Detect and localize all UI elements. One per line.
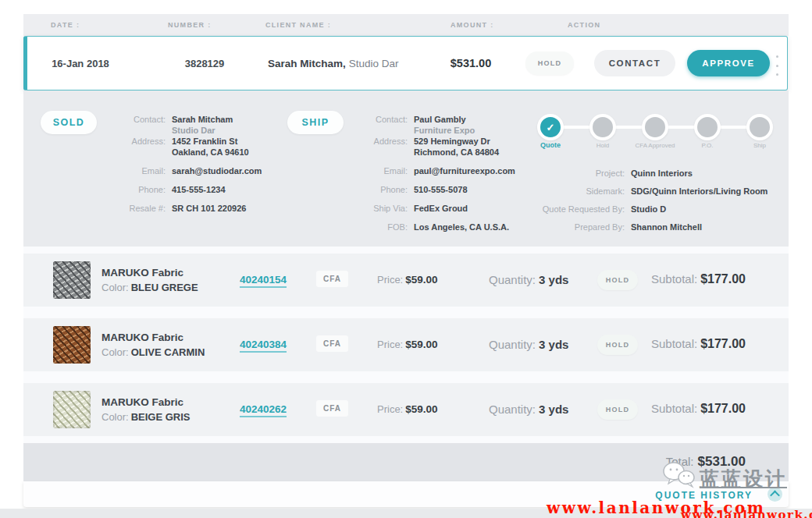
item-sku-link[interactable]: 40240262 — [240, 403, 287, 417]
wechat-icon — [662, 461, 696, 492]
subtotal-value: $177.00 — [700, 337, 746, 350]
approve-button[interactable]: APPROVE — [687, 50, 770, 76]
field-value: 529 Hemingway Dr — [414, 136, 499, 147]
field-label: Phone: — [294, 184, 408, 195]
hold-chip[interactable]: HOLD — [597, 335, 638, 355]
price-value: $59.00 — [405, 339, 437, 350]
color-value: OLIVE CARMIN — [131, 346, 205, 358]
field-value: Paul Gambly — [414, 114, 475, 125]
field-value: SR CH 101 220926 — [172, 203, 246, 214]
hold-chip[interactable]: HOLD — [525, 51, 574, 75]
field-label: FOB: — [294, 222, 408, 232]
price-value: $59.00 — [405, 403, 437, 415]
field-value: sarah@studiodar.com — [172, 165, 262, 176]
sold-info: Contact: Sarah MitchamStudio Dar Address… — [47, 114, 262, 222]
field-label: Ship Via: — [294, 203, 408, 214]
column-label: NUMBER — [168, 21, 205, 29]
field-row: Resale #: SR CH 101 220926 — [47, 203, 262, 214]
order-detail-panel: SOLD Contact: Sarah MitchamStudio Dar Ad… — [23, 90, 789, 443]
color-label: Color: — [102, 411, 129, 423]
price-label: Price: — [377, 403, 403, 415]
sort-icon[interactable]: : — [490, 21, 493, 29]
field-row: Address: 529 Hemingway DrRichmond, CA 84… — [294, 136, 515, 158]
field-label: Project: — [461, 168, 625, 179]
price-value: $59.00 — [405, 274, 437, 286]
column-label: DATE — [51, 21, 73, 29]
color-value: BEIGE GRIS — [131, 411, 191, 423]
field-label: Prepared By: — [461, 222, 625, 232]
client-name-secondary: Studio Dar — [349, 58, 399, 69]
field-row: Quote Requested By: Studio D — [461, 204, 767, 215]
field-label: Phone: — [47, 184, 166, 195]
cfa-tag: CFA — [316, 271, 348, 287]
item-name: MARUKO Fabric — [102, 265, 198, 280]
quantity-label: Quantity: — [489, 403, 536, 416]
column-header-action: ACTION — [568, 21, 600, 29]
item-name-block: MARUKO Fabric Color:BLEU GREGE — [102, 265, 198, 295]
subtotal-value: $177.00 — [700, 402, 746, 415]
color-value: BLEU GREGE — [131, 282, 198, 293]
order-amount: $531.00 — [412, 37, 529, 90]
step-node-po[interactable] — [694, 114, 721, 140]
column-label: AMOUNT — [451, 21, 487, 29]
price-label: Price: — [377, 339, 403, 350]
line-item-row: MARUKO Fabric Color:BEIGE GRIS 40240262 … — [23, 383, 789, 436]
field-label: Contact: — [294, 114, 408, 136]
step-label-quote: Quote — [525, 142, 575, 149]
quantity-value: 3 yds — [539, 403, 568, 416]
step-node-ship[interactable] — [746, 114, 773, 140]
field-row: Contact: Sarah MitchamStudio Dar — [47, 114, 262, 136]
column-label: CLIENT NAME — [265, 21, 325, 29]
quantity-label: Quantity: — [489, 273, 536, 286]
field-label: Quote Requested By: — [461, 204, 625, 215]
field-label: Address: — [294, 136, 408, 158]
field-label: Email: — [294, 165, 408, 176]
contact-button[interactable]: CONTACT — [594, 50, 675, 76]
step-node-quote[interactable]: ✓ — [537, 114, 564, 140]
field-value-secondary: Furniture Expo — [414, 125, 475, 136]
field-value: Sarah Mitcham — [172, 114, 233, 125]
order-number: 3828129 — [162, 37, 248, 90]
cfa-tag: CFA — [316, 335, 348, 352]
subtotal-value: $177.00 — [700, 272, 746, 286]
item-name: MARUKO Fabric — [102, 330, 205, 345]
sort-icon[interactable]: : — [328, 21, 331, 29]
step-node-cfa-approved[interactable] — [642, 114, 668, 140]
field-value-secondary: Studio Dar — [172, 125, 233, 136]
sort-icon[interactable]: : — [208, 21, 211, 29]
line-item-row: MARUKO Fabric Color:BLEU GREGE 40240154 … — [23, 254, 789, 307]
item-sku-link[interactable]: 40240154 — [240, 274, 287, 288]
line-item-row: MARUKO Fabric Color:OLIVE CARMIN 4024038… — [23, 318, 789, 371]
step-node-hold[interactable] — [589, 114, 616, 140]
item-name-block: MARUKO Fabric Color:OLIVE CARMIN — [102, 330, 205, 360]
column-header-date[interactable]: DATE: — [51, 21, 80, 29]
field-value: Shannon Mitchell — [631, 222, 702, 232]
item-sku-link[interactable]: 40240384 — [240, 339, 287, 353]
field-value: SDG/Quinn Interiors/Living Room — [631, 186, 767, 197]
field-row: Phone: 415-555-1234 — [47, 184, 262, 195]
field-value: 1452 Franklin St — [172, 136, 249, 147]
column-header-number[interactable]: NUMBER: — [168, 21, 212, 29]
hold-chip[interactable]: HOLD — [597, 399, 638, 420]
column-header-amount[interactable]: AMOUNT: — [451, 21, 494, 29]
check-icon: ✓ — [547, 122, 555, 133]
more-options-icon[interactable] — [771, 54, 782, 77]
fabric-swatch-image — [53, 261, 91, 299]
color-label: Color: — [102, 282, 129, 293]
watermark-brand-text: 蓝蓝设计 — [700, 466, 787, 491]
sort-icon[interactable]: : — [77, 21, 80, 29]
order-quote-page: DATE: NUMBER: CLIENT NAME: AMOUNT: ACTIO… — [0, 0, 812, 518]
subtotal-label: Subtotal: — [651, 337, 697, 350]
line-items: MARUKO Fabric Color:BLEU GREGE 40240154 … — [23, 247, 789, 443]
item-name: MARUKO Fabric — [102, 395, 191, 410]
order-row-selected[interactable]: 16-Jan 2018 3828129 Sarah Mitcham, Studi… — [23, 36, 788, 90]
item-name-block: MARUKO Fabric Color:BEIGE GRIS — [102, 395, 191, 424]
field-row: Contact: Paul GamblyFurniture Expo — [294, 114, 515, 136]
field-row: Sidemark: SDG/Quinn Interiors/Living Roo… — [461, 186, 767, 197]
color-label: Color: — [102, 346, 129, 358]
hold-chip[interactable]: HOLD — [597, 270, 638, 290]
client-name-primary: Sarah Mitcham, — [268, 58, 346, 69]
field-value: Quinn Interiors — [631, 168, 693, 179]
quantity-value: 3 yds — [539, 338, 568, 351]
column-header-client-name[interactable]: CLIENT NAME: — [265, 21, 331, 29]
